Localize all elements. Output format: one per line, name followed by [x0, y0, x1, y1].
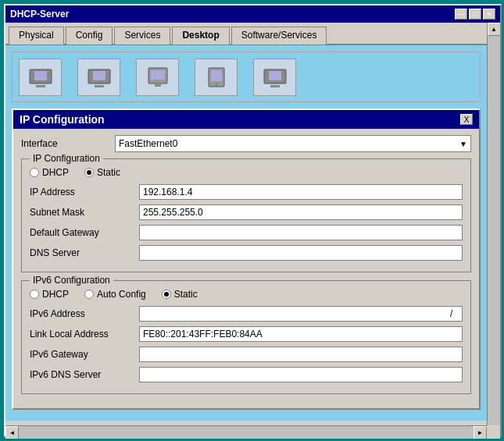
subnet-mask-label: Subnet Mask [30, 207, 139, 218]
tab-software-services[interactable]: Software/Services [231, 27, 327, 44]
ipv6-dhcp-radio[interactable] [30, 290, 39, 299]
dns-server-input[interactable] [139, 245, 463, 261]
ipv6-radio-row: DHCP Auto Config Static [30, 289, 463, 300]
ip-config-dialog: IP Configuration X Interface FastEtherne… [12, 108, 481, 410]
dialog-title-text: IP Configuration [20, 113, 105, 126]
device-icons-area [12, 52, 481, 102]
dialog-content: Interface FastEthernet0 ▼ IP Configurati… [13, 129, 479, 408]
subnet-mask-input[interactable] [139, 204, 463, 220]
device-icon-4[interactable] [195, 59, 238, 96]
svg-rect-14 [270, 85, 280, 87]
svg-rect-4 [93, 71, 105, 80]
ipv6-auto-radio[interactable] [84, 290, 94, 299]
ipv6-dhcp-label: DHCP [42, 289, 69, 300]
window-controls: — □ × [455, 9, 495, 20]
svg-rect-5 [95, 85, 104, 87]
svg-rect-10 [211, 70, 222, 81]
subnet-mask-row: Subnet Mask [30, 204, 463, 220]
ipv6-gateway-input[interactable] [139, 347, 463, 362]
scroll-up-button[interactable]: ▲ [488, 23, 501, 36]
ipv6-static-option[interactable]: Static [162, 289, 198, 300]
window-title: DHCP-Server [10, 9, 69, 20]
device-icon-1[interactable] [19, 59, 62, 96]
ipv6-gateway-label: IPv6 Gateway [30, 349, 139, 360]
tab-physical[interactable]: Physical [9, 27, 64, 44]
link-local-input[interactable] [139, 326, 463, 342]
ipv6-address-row: IPv6 Address / [30, 306, 463, 322]
maximize-button[interactable]: □ [469, 9, 481, 20]
link-local-row: Link Local Address [30, 326, 463, 342]
ipv6-address-input[interactable] [139, 306, 447, 322]
ip-address-input[interactable] [139, 184, 463, 200]
window-content: Physical Config Services Desktop Softwar… [5, 23, 500, 439]
scroll-right-button[interactable]: ► [474, 426, 487, 439]
dns-server-label: DNS Server [30, 247, 139, 258]
tab-bar: Physical Config Services Desktop Softwar… [5, 23, 500, 45]
tab-config[interactable]: Config [66, 27, 113, 44]
ipv6-dhcp-option[interactable]: DHCP [30, 289, 69, 300]
svg-rect-13 [269, 71, 281, 80]
default-gateway-label: Default Gateway [30, 227, 139, 238]
link-local-label: Link Local Address [30, 329, 139, 340]
select-arrow-icon: ▼ [459, 140, 467, 148]
ip-address-label: IP Address [30, 187, 139, 197]
ipv6-auto-option[interactable]: Auto Config [84, 289, 146, 300]
default-gateway-input[interactable] [139, 225, 463, 240]
svg-rect-7 [151, 70, 165, 80]
title-bar: DHCP-Server — □ × [5, 5, 500, 23]
close-button[interactable]: × [483, 9, 495, 20]
dialog-title-bar: IP Configuration X [13, 110, 479, 129]
ipv6-static-label: Static [174, 289, 198, 300]
svg-rect-1 [34, 71, 47, 80]
svg-rect-8 [155, 84, 161, 87]
ipv4-dhcp-label: DHCP [42, 167, 69, 178]
dns-server-row: DNS Server [30, 245, 463, 261]
ipv6-gateway-row: IPv6 Gateway [30, 347, 463, 362]
interface-select[interactable]: FastEthernet0 ▼ [115, 135, 471, 152]
scroll-track-h[interactable] [19, 426, 474, 439]
ip-address-row: IP Address [30, 184, 463, 200]
horizontal-scrollbar: ◄ ► [5, 425, 487, 439]
ipv4-section-label: IP Configuration [30, 153, 103, 164]
ipv6-static-radio[interactable] [162, 290, 171, 299]
scroll-left-button[interactable]: ◄ [5, 426, 19, 439]
tab-services[interactable]: Services [114, 27, 170, 44]
scroll-track-v[interactable] [488, 36, 500, 425]
ipv4-section: IP Configuration DHCP Static [21, 158, 471, 272]
interface-label: Interface [21, 138, 115, 149]
device-icon-3[interactable] [136, 59, 179, 96]
ipv6-section: IPv6 Configuration DHCP Auto Config [21, 280, 471, 394]
ipv6-dns-input[interactable] [139, 367, 463, 382]
ipv6-address-input-group: / [139, 306, 463, 322]
minimize-button[interactable]: — [455, 9, 467, 20]
device-icon-5[interactable] [253, 59, 296, 96]
dialog-close-button[interactable]: X [460, 114, 473, 125]
tab-desktop[interactable]: Desktop [172, 27, 229, 44]
interface-row: Interface FastEthernet0 ▼ [21, 135, 471, 152]
scrollbar-corner [487, 425, 500, 439]
interface-value: FastEthernet0 [119, 138, 177, 149]
svg-rect-2 [36, 85, 45, 87]
ipv4-static-label: Static [97, 167, 120, 178]
ipv6-slash: / [447, 306, 463, 322]
ipv6-address-label: IPv6 Address [30, 308, 139, 319]
ipv4-static-radio[interactable] [84, 168, 94, 177]
device-icon-2[interactable] [77, 59, 120, 96]
ipv6-dns-row: IPv6 DNS Server [30, 367, 463, 382]
main-window: DHCP-Server — □ × Physical Config Servic… [4, 4, 502, 437]
ipv6-auto-label: Auto Config [97, 289, 146, 300]
ipv4-dhcp-radio[interactable] [30, 168, 39, 177]
ipv6-section-label: IPv6 Configuration [30, 275, 113, 286]
ipv4-radio-row: DHCP Static [30, 167, 463, 178]
vertical-scrollbar: ▲ ▼ [487, 23, 500, 439]
ipv6-dns-label: IPv6 DNS Server [30, 369, 139, 380]
main-content: IP Configuration X Interface FastEtherne… [5, 45, 487, 421]
default-gateway-row: Default Gateway [30, 225, 463, 240]
ipv4-dhcp-option[interactable]: DHCP [30, 167, 69, 178]
svg-point-11 [215, 83, 218, 86]
ipv4-static-option[interactable]: Static [84, 167, 120, 178]
